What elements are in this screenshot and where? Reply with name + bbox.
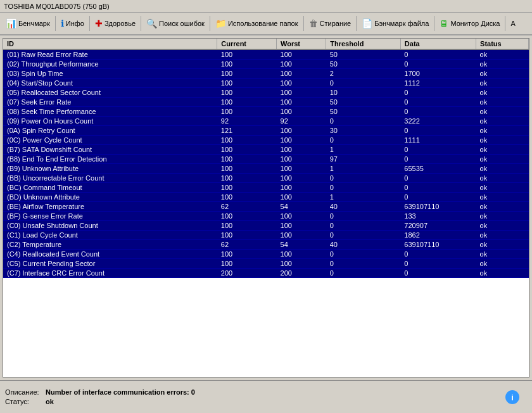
folder-usage-button[interactable]: 📁 Использование папок — [211, 14, 303, 33]
search-errors-button[interactable]: 🔍 Поиск ошибок — [142, 14, 209, 33]
row-data: 65535 — [400, 164, 476, 174]
table-body: (01) Raw Read Error Rate100100500ok(02) … — [3, 49, 529, 278]
row-threshold: 0 — [326, 174, 401, 183]
table-area[interactable]: ID Current Worst Threshold Data Status (… — [3, 38, 529, 378]
row-current: 100 — [217, 79, 277, 88]
row-status: ok — [476, 269, 529, 278]
row-current: 100 — [217, 98, 277, 107]
row-data: 0 — [400, 269, 476, 278]
extra-button[interactable]: А — [506, 14, 519, 33]
row-id: (C7) Interface CRC Error Count — [3, 269, 217, 278]
row-worst: 100 — [277, 79, 326, 88]
erase-button[interactable]: 🗑 Стирание — [305, 14, 356, 33]
row-threshold: 10 — [326, 88, 401, 98]
row-status: ok — [476, 98, 529, 107]
erase-icon: 🗑 — [309, 19, 318, 28]
row-status: ok — [476, 202, 529, 212]
row-id: (BB) Uncorrectable Error Count — [3, 174, 217, 183]
row-threshold: 97 — [326, 155, 401, 164]
row-threshold: 50 — [326, 60, 401, 69]
row-threshold: 0 — [326, 259, 401, 269]
separator-3 — [141, 16, 141, 31]
row-current: 100 — [217, 49, 277, 60]
row-data: 133 — [400, 212, 476, 221]
row-status: ok — [476, 126, 529, 136]
row-threshold: 0 — [326, 231, 401, 240]
row-data: 0 — [400, 155, 476, 164]
row-worst: 100 — [277, 69, 326, 79]
row-status: ok — [476, 117, 529, 126]
row-threshold: 0 — [326, 250, 401, 259]
info-circle-button[interactable]: i — [505, 390, 519, 404]
row-current: 100 — [217, 155, 277, 164]
row-data: 0 — [400, 98, 476, 107]
benchmark-button[interactable]: 📊 Бенчмарк — [1, 14, 54, 33]
disk-monitor-button[interactable]: 🖥 Монитор Диска — [435, 14, 504, 33]
col-data: Data — [400, 39, 476, 49]
file-benchmark-button[interactable]: 📄 Бэнчмарк файла — [357, 14, 433, 33]
table-row: (BB) Uncorrectable Error Count10010000ok — [3, 174, 529, 183]
row-current: 62 — [217, 240, 277, 250]
row-data: 3222 — [400, 117, 476, 126]
table-row: (C5) Current Pending Sector10010000ok — [3, 259, 529, 269]
status-bar-container: Описание: Number of interface communicat… — [0, 380, 532, 413]
monitor-icon: 🖥 — [440, 19, 448, 28]
row-current: 100 — [217, 69, 277, 79]
info-icon: ℹ — [61, 19, 64, 28]
row-worst: 100 — [277, 193, 326, 202]
row-current: 100 — [217, 60, 277, 69]
separator-5 — [303, 16, 304, 31]
row-id: (09) Power On Hours Count — [3, 117, 217, 126]
row-worst: 100 — [277, 212, 326, 221]
row-id: (0A) Spin Retry Count — [3, 126, 217, 136]
row-status: ok — [476, 69, 529, 79]
row-worst: 54 — [277, 202, 326, 212]
info-button[interactable]: ℹ Инфо — [56, 14, 89, 33]
row-current: 100 — [217, 250, 277, 259]
table-row: (0C) Power Cycle Count10010001111ok — [3, 136, 529, 145]
row-threshold: 1 — [326, 193, 401, 202]
table-row: (01) Raw Read Error Rate100100500ok — [3, 49, 529, 60]
row-data: 1111 — [400, 136, 476, 145]
row-current: 100 — [217, 231, 277, 240]
row-current: 121 — [217, 126, 277, 136]
smart-table: ID Current Worst Threshold Data Status (… — [3, 39, 529, 278]
benchmark-icon: 📊 — [6, 19, 16, 28]
row-data: 0 — [400, 126, 476, 136]
row-worst: 100 — [277, 98, 326, 107]
table-row: (C7) Interface CRC Error Count20020000ok — [3, 269, 529, 278]
row-status: ok — [476, 107, 529, 117]
row-data: 639107110 — [400, 240, 476, 250]
folder-icon: 📁 — [215, 19, 226, 28]
row-current: 100 — [217, 145, 277, 155]
row-status: ok — [476, 155, 529, 164]
table-row: (C4) Reallocated Event Count10010000ok — [3, 250, 529, 259]
row-threshold: 40 — [326, 240, 401, 250]
desc-value: Number of interface communication errors… — [46, 388, 195, 396]
row-data: 1112 — [400, 79, 476, 88]
row-worst: 100 — [277, 107, 326, 117]
row-data: 1700 — [400, 69, 476, 79]
table-row: (0A) Spin Retry Count121100300ok — [3, 126, 529, 136]
separator-8 — [505, 16, 505, 31]
row-id: (04) Start/Stop Count — [3, 79, 217, 88]
separator-2 — [89, 16, 90, 31]
row-threshold: 1 — [326, 164, 401, 174]
separator-6 — [356, 16, 357, 31]
row-id: (BE) Airflow Temperature — [3, 202, 217, 212]
table-row: (BE) Airflow Temperature625440639107110o… — [3, 202, 529, 212]
row-data: 0 — [400, 49, 476, 60]
table-row: (C0) Unsafe Shutdown Count1001000720907o… — [3, 221, 529, 231]
row-threshold: 0 — [326, 212, 401, 221]
health-button[interactable]: ✚ Здоровье — [91, 14, 140, 33]
row-status: ok — [476, 49, 529, 60]
row-data: 0 — [400, 259, 476, 269]
row-status: ok — [476, 240, 529, 250]
row-worst: 100 — [277, 221, 326, 231]
row-data: 0 — [400, 60, 476, 69]
row-threshold: 40 — [326, 202, 401, 212]
row-threshold: 0 — [326, 269, 401, 278]
row-worst: 100 — [277, 88, 326, 98]
row-worst: 92 — [277, 117, 326, 126]
table-row: (02) Throughput Performance100100500ok — [3, 60, 529, 69]
